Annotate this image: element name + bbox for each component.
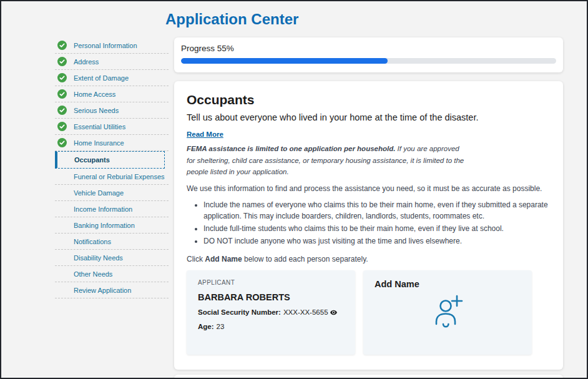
sidebar-item-label: Income Information — [74, 205, 132, 213]
sidebar-item-label: Extent of Damage — [74, 74, 129, 82]
sidebar-item-disability-needs[interactable]: Disability Needs — [55, 250, 169, 266]
section-heading: Occupants — [187, 92, 551, 107]
sidebar-item-label: Review Application — [74, 287, 131, 294]
check-circle-icon — [57, 57, 67, 66]
applicant-card: APPLICANT BARBARA ROBERTS Social Securit… — [187, 270, 355, 355]
sidebar-item-home-insurance[interactable]: Home Insurance — [55, 135, 169, 151]
applicant-ssn-row: Social Security Number: XXX-XX-5655 — [198, 308, 344, 317]
sidebar-item-label: Notifications — [74, 238, 111, 245]
sidebar-item-review-application[interactable]: Review Application — [55, 282, 169, 298]
sidebar-item-label: Disability Needs — [74, 254, 123, 262]
instructions-list: Include the names of everyone who claims… — [187, 199, 551, 247]
hint-prefix: Click — [187, 255, 205, 263]
main-column: Application Center Progress 55% Occupant… — [174, 1, 563, 378]
sidebar-item-vehicle-damage[interactable]: Vehicle Damage — [55, 185, 169, 201]
add-name-card[interactable]: Add Name — [363, 270, 532, 355]
check-circle-icon — [57, 73, 67, 82]
ssn-value: XXX-XX-5655 — [283, 308, 328, 316]
sidebar-item-occupants-active[interactable]: Occupants — [55, 151, 165, 169]
sidebar-item-label: Address — [74, 58, 99, 66]
page-title: Application Center — [165, 11, 563, 27]
progress-fill — [181, 58, 388, 64]
sidebar-item-address[interactable]: Address — [55, 54, 169, 70]
footer-bar: Back Skip Next — [174, 375, 563, 379]
check-circle-icon — [57, 138, 67, 147]
sidebar-item-other-needs[interactable]: Other Needs — [55, 266, 169, 282]
hint-suffix: below to add each person separately. — [242, 255, 368, 263]
sidebar-item-personal-information[interactable]: Personal Information — [55, 37, 169, 54]
application-window: Personal Information Address Extent of D… — [0, 0, 588, 379]
progress-bar-track — [181, 58, 556, 64]
sidebar-item-label: Occupants — [74, 156, 110, 164]
sidebar-item-home-access[interactable]: Home Access — [55, 86, 169, 102]
sidebar-item-label: Personal Information — [74, 42, 137, 49]
sidebar-item-funeral-or-reburial-expenses[interactable]: Funeral or Reburial Expenses — [55, 169, 169, 185]
sidebar-item-label: Other Needs — [74, 270, 112, 278]
fema-notice: FEMA assistance is limited to one applic… — [187, 143, 466, 177]
check-circle-icon — [57, 122, 67, 131]
applicant-age-row: Age: 23 — [198, 323, 344, 330]
sidebar-item-label: Serious Needs — [74, 107, 119, 114]
sidebar-item-label: Home Insurance — [74, 139, 124, 147]
sidebar-item-essential-utilities[interactable]: Essential Utilities — [55, 119, 169, 135]
sidebar-item-income-information[interactable]: Income Information — [55, 201, 169, 217]
sidebar-item-label: Home Access — [74, 91, 115, 98]
instruction-item: DO NOT include anyone who was just visit… — [203, 235, 551, 247]
sidebar-item-label: Vehicle Damage — [74, 189, 124, 197]
applicant-role-label: APPLICANT — [198, 279, 344, 286]
ssn-visibility-eye-icon[interactable] — [330, 308, 338, 317]
fema-notice-bold: FEMA assistance is limited to one applic… — [187, 145, 395, 152]
check-circle-icon — [57, 89, 67, 99]
occupant-cards-row: APPLICANT BARBARA ROBERTS Social Securit… — [187, 270, 551, 355]
sidebar-item-serious-needs[interactable]: Serious Needs — [55, 102, 169, 119]
hint-bold: Add Name — [205, 255, 242, 263]
read-more-link[interactable]: Read More — [187, 130, 223, 138]
progress-label: Progress 55% — [181, 44, 556, 53]
age-value: 23 — [217, 323, 225, 330]
section-subheading: Tell us about everyone who lived in your… — [187, 112, 551, 122]
add-person-icon — [375, 290, 521, 330]
instruction-item: Include full-time students who claims th… — [203, 223, 551, 234]
age-label: Age: — [198, 323, 214, 330]
add-name-hint: Click Add Name below to add each person … — [187, 255, 551, 263]
applicant-name: BARBARA ROBERTS — [198, 292, 344, 302]
sidebar-item-label: Essential Utilities — [74, 123, 125, 130]
sidebar-item-label: Banking Information — [74, 222, 135, 229]
intro-text: We use this information to find and proc… — [187, 184, 551, 193]
check-circle-icon — [57, 41, 67, 50]
sidebar-item-banking-information[interactable]: Banking Information — [55, 217, 169, 234]
sidebar-item-extent-of-damage[interactable]: Extent of Damage — [55, 70, 169, 86]
add-name-title: Add Name — [375, 279, 521, 289]
progress-card: Progress 55% — [174, 37, 563, 72]
sidebar-item-notifications[interactable]: Notifications — [55, 234, 169, 250]
steps-sidebar: Personal Information Address Extent of D… — [55, 37, 169, 378]
ssn-label: Social Security Number: — [198, 308, 281, 316]
sidebar-item-label: Funeral or Reburial Expenses — [74, 173, 165, 180]
check-circle-icon — [57, 106, 67, 115]
instruction-item: Include the names of everyone who claims… — [203, 199, 551, 222]
occupants-section: Occupants Tell us about everyone who liv… — [174, 81, 563, 369]
